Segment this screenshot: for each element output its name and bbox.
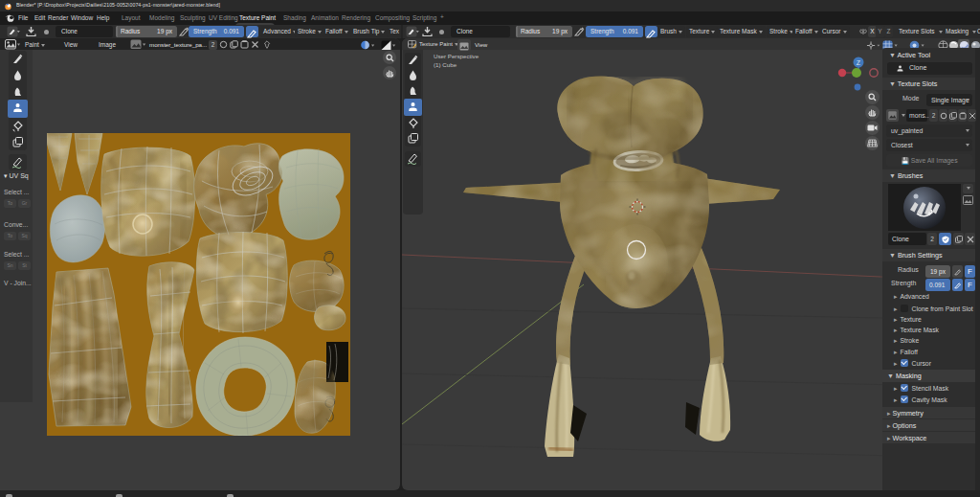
svg-text:Z: Z: [857, 59, 861, 66]
